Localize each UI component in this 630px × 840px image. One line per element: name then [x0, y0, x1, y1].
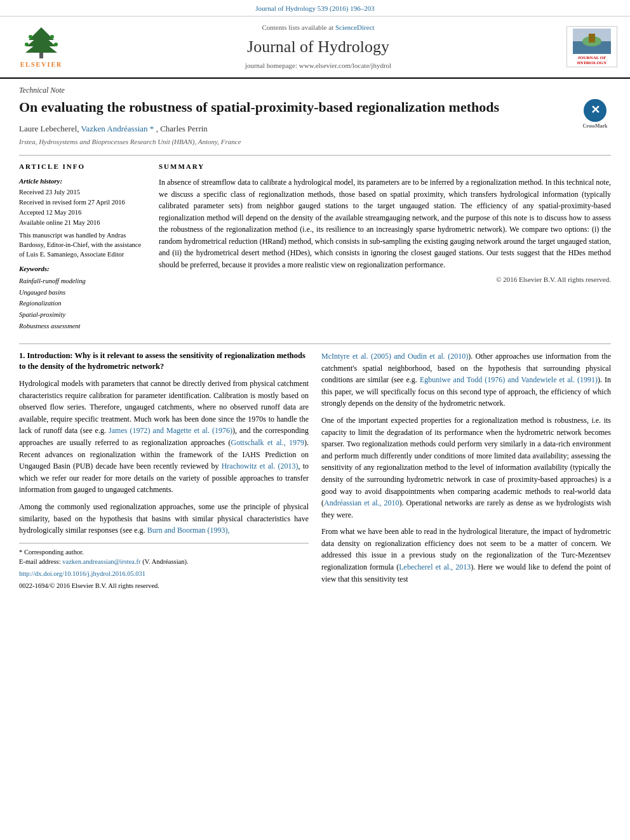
keywords-heading: Keywords: [19, 264, 146, 274]
section1-heading: 1. Introduction: Why is it relevant to a… [19, 350, 309, 373]
ref-andreassian[interactable]: Andréassian et al., 2010 [324, 498, 399, 507]
divider [19, 155, 611, 156]
svg-point-7 [54, 43, 58, 46]
article-header-section: Technical Note On evaluating the robustn… [0, 79, 630, 343]
available-date: Available online 21 May 2016 [19, 218, 146, 228]
author-separator: , Charles Perrin [156, 124, 208, 133]
email-suffix: (V. Andréassian). [142, 558, 188, 565]
section1-right-para1: McIntyre et al. (2005) and Oudin et al. … [321, 350, 611, 410]
keyword-4: Spatial-proximity [19, 309, 146, 321]
crossmark-badge: ✕ CrossMark [579, 98, 611, 130]
authors-line: Laure Lebecherel, Vazken Andréassian * ,… [19, 123, 611, 135]
keyword-2: Ungauged basins [19, 287, 146, 298]
article-info-col: ARTICLE INFO Article history: Received 2… [19, 162, 146, 337]
issn-text: 0022-1694/© 2016 Elsevier B.V. All right… [19, 581, 309, 591]
received-date: Received 23 July 2015 [19, 187, 146, 197]
email-line: E-mail address: vazken.andreassian@irste… [19, 557, 309, 567]
article-type: Technical Note [19, 85, 611, 96]
article-title: On evaluating the robustness of spatial-… [19, 98, 611, 117]
journal-logo-box: JOURNAL OF HYDROLOGY [566, 26, 617, 67]
elsevier-brand-text: ELSEVIER [20, 60, 63, 69]
ref-mcintyre-oudin[interactable]: McIntyre et al. (2005) and Oudin et al. … [321, 352, 468, 361]
email-link[interactable]: vazken.andreassian@irstea.fr [62, 558, 140, 565]
ref-lebecherel[interactable]: Lebecherel et al., 2013 [399, 563, 471, 571]
science-direct-line: Contents lists available at ScienceDirec… [70, 23, 566, 32]
ref-james-magette[interactable]: James (1972) and Magette et al. (1976) [109, 426, 232, 435]
science-direct-link[interactable]: ScienceDirect [335, 23, 375, 31]
article-info-heading: ARTICLE INFO [19, 162, 146, 171]
history-heading: Article history: [19, 177, 146, 186]
svg-point-4 [29, 35, 32, 39]
corresponding-label: * Corresponding author. [19, 549, 84, 556]
journal-ref: Journal of Hydrology 539 (2016) 196–203 [255, 4, 374, 12]
crossmark-icon: ✕ [584, 99, 607, 122]
section1-right-para3: From what we have been able to read in t… [321, 526, 611, 585]
svg-point-6 [25, 43, 29, 46]
article-info-summary: ARTICLE INFO Article history: Received 2… [19, 162, 611, 337]
body-col-right: McIntyre et al. (2005) and Oudin et al. … [321, 350, 611, 591]
summary-heading: SUMMARY [159, 162, 611, 171]
keyword-3: Regionalization [19, 298, 146, 309]
journal-cover-image [573, 29, 611, 54]
body-col-left: 1. Introduction: Why is it relevant to a… [19, 350, 309, 591]
journal-homepage: journal homepage: www.elsevier.com/locat… [70, 61, 566, 70]
elsevier-tree-icon [19, 24, 64, 59]
svg-point-5 [50, 35, 54, 39]
email-label: E-mail address: [19, 558, 61, 565]
journal-center: Contents lists available at ScienceDirec… [70, 23, 566, 70]
author-andreassian[interactable]: Vazken Andréassian * [81, 124, 154, 133]
copyright-text: © 2016 Elsevier B.V. All rights reserved… [159, 275, 611, 284]
accepted-date: Accepted 12 May 2016 [19, 208, 146, 218]
doi-link[interactable]: http://dx.doi.org/10.1016/j.jhydrol.2016… [19, 570, 309, 579]
main-body: 1. Introduction: Why is it relevant to a… [0, 344, 630, 597]
section1-para1: Hydrological models with parameters that… [19, 378, 309, 496]
summary-col: SUMMARY In absence of streamflow data to… [159, 162, 611, 337]
crossmark-label: CrossMark [583, 123, 608, 130]
keywords-section: Keywords: Rainfall-runoff modeling Ungau… [19, 264, 146, 332]
article-history: Article history: Received 23 July 2015 R… [19, 177, 146, 259]
affiliation-text: Irstea, Hydrosystems and Bioprocesses Re… [19, 137, 611, 147]
author-lebecherel: Laure Lebecherel, [19, 124, 81, 133]
header: ELSEVIER Contents lists available at Sci… [0, 17, 630, 78]
ref-burn-boorman[interactable]: Burn and Boorman (1993), [147, 526, 230, 535]
corresponding-author-note: * Corresponding author. [19, 547, 309, 557]
ref-gottschalk[interactable]: Gottschalk et al., 1979 [231, 438, 304, 447]
journal-title: Journal of Hydrology [70, 36, 566, 58]
keyword-1: Rainfall-runoff modeling [19, 276, 146, 287]
keywords-list: Rainfall-runoff modeling Ungauged basins… [19, 276, 146, 332]
elsevier-logo: ELSEVIER [13, 24, 70, 69]
svg-rect-11 [589, 34, 595, 43]
ref-hrachowitz[interactable]: Hrachowitz et al. (2013) [222, 462, 298, 470]
contents-available-text: Contents lists available at [262, 23, 333, 31]
keyword-5: Robustness assessment [19, 321, 146, 332]
logo-title-text: JOURNAL OF HYDROLOGY [577, 55, 607, 66]
footnote-area: * Corresponding author. E-mail address: … [19, 543, 309, 591]
section1-para2: Among the commonly used regionalization … [19, 501, 309, 537]
editor-note: This manuscript was handled by Andras Ba… [19, 231, 146, 259]
ref-egbuniwe-vandewiele[interactable]: Egbuniwe and Todd (1976) and Vandewiele … [420, 375, 598, 384]
summary-text: In absence of streamflow data to calibra… [159, 177, 611, 271]
article-title-text: On evaluating the robustness of spatial-… [19, 99, 499, 115]
two-column-body: 1. Introduction: Why is it relevant to a… [19, 350, 611, 591]
section1-right-para2: One of the important expected properties… [321, 415, 611, 521]
top-bar: Journal of Hydrology 539 (2016) 196–203 [0, 0, 630, 17]
revised-date: Received in revised form 27 April 2016 [19, 197, 146, 208]
